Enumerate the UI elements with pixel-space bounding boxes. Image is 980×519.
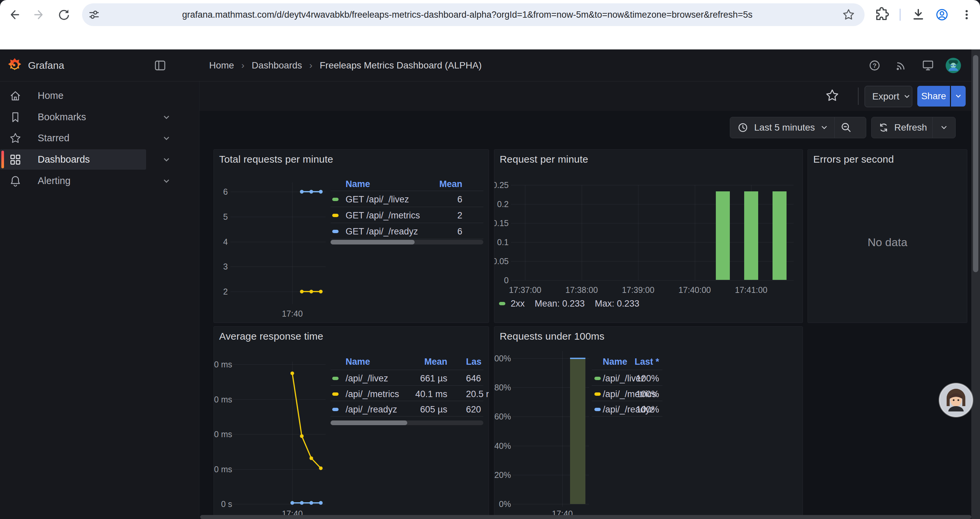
bar[interactable]: [716, 192, 730, 280]
zoom-out-icon[interactable]: [840, 121, 853, 134]
profile-avatar-icon[interactable]: [934, 7, 950, 22]
svg-text:?: ?: [873, 62, 877, 69]
refresh-button[interactable]: Refresh: [871, 117, 956, 138]
panel-body: 00.050.10.150.20.2517:37:0017:38:0017:39…: [494, 150, 803, 323]
refresh-icon: [878, 121, 889, 134]
sidebar-item-label: Alerting: [38, 175, 70, 186]
sidebar-item-bookmarks[interactable]: Bookmarks: [0, 107, 199, 127]
chevron-down-icon[interactable]: [162, 155, 171, 164]
panel-requests-under-100ms: Requests under 100ms 0%20%40%60%80%100%1…: [494, 326, 803, 519]
download-icon[interactable]: [911, 7, 926, 22]
chevron-down-icon[interactable]: [162, 113, 171, 122]
reload-icon[interactable]: [57, 8, 70, 21]
series-point: [319, 501, 323, 505]
sidebar-item-label: Dashboards: [38, 154, 90, 165]
legend-header[interactable]: Last *: [559, 357, 659, 367]
share-menu-button[interactable]: [951, 86, 966, 107]
chevron-down-icon: [903, 93, 911, 100]
chevron-down-icon: [820, 124, 828, 132]
clock-icon: [737, 121, 749, 134]
series-point: [319, 190, 323, 194]
legend-value: 661 µs: [347, 373, 447, 384]
legend-swatch: [499, 302, 505, 305]
grafana-logo[interactable]: [7, 57, 23, 73]
y-axis-label: 100%: [494, 353, 511, 363]
legend-separator: [331, 239, 483, 239]
dashboards-grid-icon: [9, 153, 22, 166]
help-icon[interactable]: ?: [868, 59, 881, 72]
back-icon[interactable]: [8, 8, 21, 21]
bar[interactable]: [773, 192, 786, 280]
site-settings-icon[interactable]: [88, 9, 100, 21]
user-avatar[interactable]: [945, 57, 961, 73]
legend-series-name[interactable]: 2xx: [511, 298, 525, 309]
grafana-top-nav: Grafana Home › Dashboards › Freeleaps Me…: [0, 50, 980, 81]
floating-assistant-avatar[interactable]: [939, 383, 973, 417]
legend-swatch: [332, 408, 339, 411]
forward-icon[interactable]: [32, 8, 45, 21]
gridline-h: [511, 280, 794, 281]
series-point: [300, 290, 304, 294]
chevron-down-icon[interactable]: [162, 176, 171, 186]
sidebar-item-starred[interactable]: Starred: [0, 128, 199, 148]
legend-value: 2: [362, 210, 462, 221]
refresh-label: Refresh: [894, 122, 927, 133]
gridline-v: [695, 185, 695, 280]
sidebar-item-dashboards[interactable]: Dashboards: [0, 149, 146, 170]
legend-swatch: [332, 198, 339, 201]
legend-scrollbar-thumb[interactable]: [331, 240, 415, 244]
series-point: [291, 371, 294, 375]
header-divider: [858, 88, 859, 105]
vertical-scrollbar-thumb[interactable]: [973, 55, 978, 272]
bar[interactable]: [744, 192, 758, 280]
breadcrumb-home[interactable]: Home: [209, 60, 234, 70]
browser-window: grafana.mathmast.com/d/deytv4rwavabkb/fr…: [0, 0, 980, 519]
export-button[interactable]: Export: [865, 86, 912, 107]
bell-icon: [9, 175, 22, 187]
legend-swatch: [332, 377, 339, 380]
url-text[interactable]: grafana.mathmast.com/d/deytv4rwavabkb/fr…: [182, 3, 752, 26]
breadcrumb-separator: ›: [241, 60, 244, 70]
chevron-down-icon[interactable]: [162, 134, 171, 143]
sidebar-item-alerting[interactable]: Alerting: [0, 171, 199, 191]
breadcrumb: Home › Dashboards › Freeleaps Metrics Da…: [209, 50, 482, 81]
legend-header[interactable]: Mean: [362, 179, 462, 189]
bookmark-star-icon[interactable]: [842, 8, 855, 21]
legend-inline: 2xxMean: 0.233Max: 0.233: [499, 298, 640, 309]
series-point: [310, 290, 313, 294]
share-button[interactable]: Share: [917, 86, 950, 107]
series-point: [310, 190, 313, 194]
monitor-icon[interactable]: [921, 59, 935, 72]
gridline-v: [525, 185, 525, 280]
y-axis-label: 60%: [494, 412, 511, 422]
bookmark-icon: [9, 111, 22, 124]
time-range-picker[interactable]: Last 5 minutes: [730, 117, 866, 138]
sidebar-item-home[interactable]: Home: [0, 86, 199, 106]
legend-separator: [592, 370, 662, 370]
breadcrumb-dashboards[interactable]: Dashboards: [252, 60, 302, 70]
y-axis-label: 0.1: [494, 237, 509, 247]
sidebar-item-label: Home: [38, 90, 64, 101]
legend-separator: [331, 385, 483, 386]
legend-header[interactable]: Las: [466, 357, 482, 367]
y-axis-label: 0: [494, 275, 509, 285]
legend-value: 20.5 r: [466, 388, 489, 400]
y-axis-label: 0.2: [494, 199, 509, 209]
browser-menu-icon[interactable]: [959, 7, 974, 22]
panel-request-per-minute: Request per minute 00.050.10.150.20.2517…: [494, 149, 803, 323]
no-data-message: No data: [808, 236, 967, 249]
series-point: [300, 190, 304, 194]
rss-icon[interactable]: [894, 59, 908, 72]
legend-scrollbar-thumb[interactable]: [331, 420, 407, 425]
sidebar-toggle-icon[interactable]: [153, 59, 167, 72]
chevron-down-icon[interactable]: [940, 124, 948, 132]
address-bar[interactable]: grafana.mathmast.com/d/deytv4rwavabkb/fr…: [82, 3, 865, 26]
panel-body: 0%20%40%60%80%100%17:40NameLast */api/_/…: [494, 327, 803, 519]
legend-value: 605 µs: [347, 404, 447, 415]
legend-separator: [331, 191, 483, 191]
panel-title[interactable]: Errors per second: [813, 153, 894, 165]
legend-header[interactable]: Mean: [347, 357, 447, 367]
horizontal-scrollbar[interactable]: [200, 515, 971, 519]
favorite-star-icon[interactable]: [825, 88, 840, 103]
extensions-icon[interactable]: [874, 7, 889, 22]
